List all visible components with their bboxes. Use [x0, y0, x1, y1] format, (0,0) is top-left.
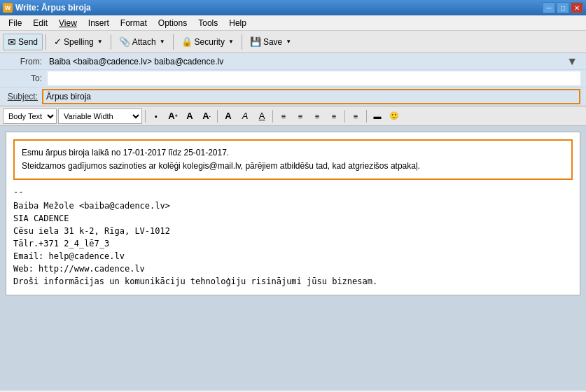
menu-edit[interactable]: Edit [27, 17, 53, 29]
spelling-button[interactable]: ✓ Spelling ▼ [49, 34, 108, 50]
subject-input[interactable] [46, 92, 576, 102]
subject-label: Subject: [6, 92, 42, 102]
window-controls: ─ □ ✕ [543, 2, 583, 13]
indent-more-button[interactable]: ≡ [309, 108, 325, 124]
save-icon: 💾 [250, 36, 261, 47]
fmt-sep5 [366, 110, 367, 122]
style-select[interactable]: Body Text [3, 108, 57, 124]
fmt-sep4 [344, 110, 345, 122]
sep3 [173, 34, 174, 50]
save-button[interactable]: 💾 Save ▼ [245, 34, 296, 50]
header-area: From: Baiba <baiba@cadence.lv> baiba@cad… [0, 53, 586, 106]
window-title: Write: Ārpus biroja [15, 3, 91, 13]
sig-line6: Web: http://www.cadence.lv [13, 262, 573, 275]
fmt-sep3 [272, 110, 273, 122]
sep4 [242, 34, 242, 50]
align-button[interactable]: ≡ [348, 108, 363, 124]
attach-icon: 📎 [119, 36, 130, 47]
indent-less-button[interactable]: ≡ [326, 108, 342, 124]
email-content-area: Esmu ārpus biroja laikā no 17-01-2017 lī… [0, 126, 586, 391]
to-label: To: [6, 74, 48, 83]
bordered-text-area: Esmu ārpus biroja laikā no 17-01-2017 lī… [13, 139, 573, 180]
rule-button[interactable]: ▬ [370, 108, 385, 124]
from-value: Baiba <baiba@cadence.lv> baiba@cadence.l… [48, 56, 564, 67]
underline-button[interactable]: A [254, 108, 270, 124]
subject-box [42, 89, 580, 104]
sep1 [46, 34, 46, 50]
sig-line7: Droši informācijas un komunikāciju tehno… [13, 275, 573, 288]
attach-button[interactable]: 📎 Attach ▼ [114, 34, 170, 50]
list-bullet-button[interactable]: ≡ [276, 108, 291, 124]
subject-row: Subject: [0, 88, 586, 106]
font-select[interactable]: Variable Width [58, 108, 142, 124]
sig-line1: Baiba Mežole <baiba@cadence.lv> [13, 200, 573, 212]
app-icon: W [3, 3, 13, 13]
format-toolbar: Body Text Variable Width ▪ A+ A A- A A A… [0, 106, 586, 126]
font-larger-button[interactable]: A+ [165, 108, 181, 124]
attach-label: Attach [132, 37, 156, 47]
save-label: Save [263, 37, 282, 47]
to-input[interactable] [48, 71, 580, 85]
menu-file[interactable]: File [3, 17, 27, 29]
menubar: File Edit View Insert Format Options Too… [0, 15, 586, 31]
sig-line3: Cēsu iela 31 k-2, Rīga, LV-1012 [13, 225, 573, 237]
maximize-button[interactable]: □ [557, 2, 569, 13]
font-smaller-button[interactable]: A- [199, 108, 214, 124]
send-label: Send [18, 37, 38, 47]
to-row: To: [0, 70, 586, 88]
from-label: From: [6, 57, 48, 66]
attach-dropdown-arrow: ▼ [160, 38, 165, 45]
list-number-button[interactable]: ≡ [293, 108, 308, 124]
security-icon: 🔒 [181, 36, 193, 47]
sig-line2: SIA CADENCE [13, 212, 573, 225]
main-toolbar: ✉ Send ✓ Spelling ▼ 📎 Attach ▼ 🔒 Securit… [0, 31, 586, 53]
from-dropdown-arrow[interactable]: ▼ [564, 55, 580, 68]
menu-help[interactable]: Help [223, 17, 252, 29]
menu-tools[interactable]: Tools [193, 17, 223, 29]
signature-separator: -- [13, 187, 573, 197]
menu-options[interactable]: Options [153, 17, 193, 29]
signature-area: -- Baiba Mežole <baiba@cadence.lv> SIA C… [6, 184, 580, 295]
body-text-line2: Steidzamos gadījumos sazinoties ar kolēģ… [22, 160, 564, 173]
emoji-button[interactable]: 🙂 [386, 108, 402, 124]
menu-view[interactable]: View [53, 17, 83, 29]
bold-button[interactable]: A [221, 108, 236, 124]
insert-icon[interactable]: ▪ [148, 108, 164, 124]
sig-line4: Tālr.+371 2_4_lē7_3 [13, 237, 573, 250]
save-dropdown-arrow: ▼ [286, 38, 291, 45]
fmt-sep1 [145, 110, 146, 122]
sig-line5: Email: help@cadence.lv [13, 250, 573, 262]
send-icon: ✉ [8, 36, 16, 48]
minimize-button[interactable]: ─ [543, 2, 555, 13]
sep2 [111, 34, 111, 50]
font-normal-button[interactable]: A [182, 108, 197, 124]
fmt-sep2 [217, 110, 218, 122]
security-label: Security [195, 37, 225, 47]
security-dropdown-arrow: ▼ [228, 38, 234, 45]
titlebar: W Write: Ārpus biroja ─ □ ✕ [0, 0, 586, 15]
body-text-line1: Esmu ārpus biroja laikā no 17-01-2017 lī… [22, 146, 564, 160]
send-button[interactable]: ✉ Send [3, 34, 43, 50]
menu-insert[interactable]: Insert [83, 17, 115, 29]
menu-format[interactable]: Format [115, 17, 153, 29]
spelling-dropdown-arrow: ▼ [97, 38, 103, 45]
spelling-icon: ✓ [54, 36, 62, 47]
security-button[interactable]: 🔒 Security ▼ [176, 34, 239, 50]
spelling-label: Spelling [64, 37, 94, 47]
close-button[interactable]: ✕ [571, 2, 583, 13]
from-row: From: Baiba <baiba@cadence.lv> baiba@cad… [0, 53, 586, 70]
italic-button[interactable]: A [237, 108, 253, 124]
